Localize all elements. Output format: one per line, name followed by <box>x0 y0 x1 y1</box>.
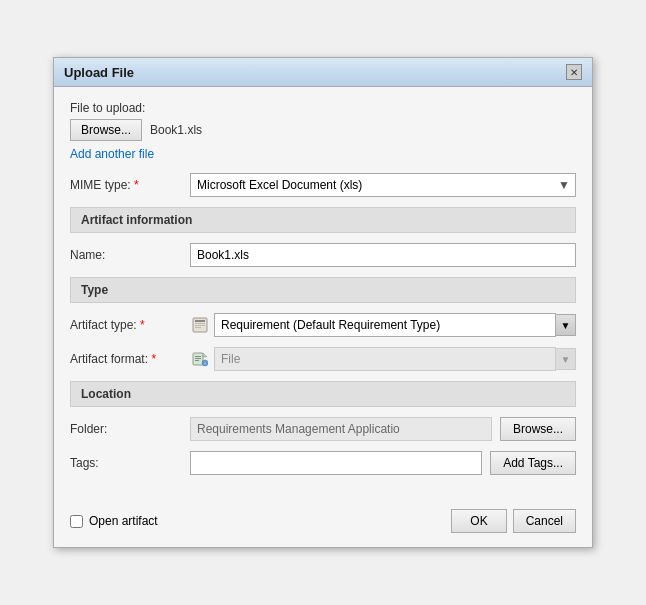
folder-label: Folder: <box>70 422 190 436</box>
svg-rect-9 <box>195 360 199 361</box>
artifact-format-display: File <box>214 347 556 371</box>
artifact-type-select[interactable]: Requirement (Default Requirement Type) <box>214 313 556 337</box>
ok-button[interactable]: OK <box>451 509 506 533</box>
tags-row: Tags: Add Tags... <box>70 451 576 475</box>
open-artifact-checkbox[interactable] <box>70 515 83 528</box>
mime-type-row: MIME type: * Microsoft Excel Document (x… <box>70 173 576 197</box>
add-another-file-link[interactable]: Add another file <box>70 147 154 161</box>
artifact-type-dropdown-btn[interactable]: ▼ <box>556 314 576 336</box>
close-icon: ✕ <box>570 67 578 78</box>
folder-browse-button[interactable]: Browse... <box>500 417 576 441</box>
svg-rect-3 <box>195 325 205 326</box>
title-bar: Upload File ✕ <box>54 58 592 87</box>
name-input[interactable] <box>190 243 576 267</box>
close-button[interactable]: ✕ <box>566 64 582 80</box>
svg-rect-1 <box>195 320 205 322</box>
mime-type-label: MIME type: * <box>70 178 190 192</box>
mime-type-select-wrapper: Microsoft Excel Document (xls) ▼ <box>190 173 576 197</box>
artifact-format-dropdown-btn[interactable]: ▼ <box>556 348 576 370</box>
mime-type-select[interactable]: Microsoft Excel Document (xls) <box>190 173 576 197</box>
artifact-format-arrow-icon: ▼ <box>561 354 571 365</box>
artifact-type-required: * <box>140 318 145 332</box>
open-artifact-label: Open artifact <box>89 514 158 528</box>
artifact-format-row: Artifact format: * f File <box>70 347 576 371</box>
mime-required-indicator: * <box>134 178 139 192</box>
artifact-type-icon <box>190 315 210 335</box>
folder-row: Folder: Browse... <box>70 417 576 441</box>
footer-buttons: OK Cancel <box>451 509 576 533</box>
open-artifact-row: Open artifact <box>70 514 158 528</box>
tags-input[interactable] <box>190 451 482 475</box>
artifact-format-required: * <box>151 352 156 366</box>
artifact-format-wrapper: f File ▼ <box>190 347 576 371</box>
artifact-format-label: Artifact format: * <box>70 352 190 366</box>
tags-label: Tags: <box>70 456 190 470</box>
artifact-info-header: Artifact information <box>70 207 576 233</box>
svg-rect-8 <box>195 358 201 359</box>
name-label: Name: <box>70 248 190 262</box>
dialog-title: Upload File <box>64 65 134 80</box>
name-row: Name: <box>70 243 576 267</box>
dialog-footer: Open artifact OK Cancel <box>54 499 592 547</box>
svg-rect-2 <box>195 323 205 324</box>
file-upload-row: Browse... Book1.xls <box>70 119 576 141</box>
artifact-type-label: Artifact type: * <box>70 318 190 332</box>
svg-rect-4 <box>195 327 201 328</box>
type-header: Type <box>70 277 576 303</box>
upload-file-dialog: Upload File ✕ File to upload: Browse... … <box>53 57 593 548</box>
folder-input <box>190 417 492 441</box>
artifact-type-row: Artifact type: * Requirement (Default Re… <box>70 313 576 337</box>
add-tags-button[interactable]: Add Tags... <box>490 451 576 475</box>
artifact-type-arrow-icon: ▼ <box>561 320 571 331</box>
artifact-type-wrapper: Requirement (Default Requirement Type) ▼ <box>190 313 576 337</box>
location-header: Location <box>70 381 576 407</box>
svg-rect-7 <box>195 356 201 357</box>
selected-file-name: Book1.xls <box>150 123 202 137</box>
browse-file-button[interactable]: Browse... <box>70 119 142 141</box>
dialog-body: File to upload: Browse... Book1.xls Add … <box>54 87 592 499</box>
artifact-format-icon: f <box>190 349 210 369</box>
cancel-button[interactable]: Cancel <box>513 509 576 533</box>
svg-marker-6 <box>203 353 207 357</box>
file-upload-label: File to upload: <box>70 101 576 115</box>
